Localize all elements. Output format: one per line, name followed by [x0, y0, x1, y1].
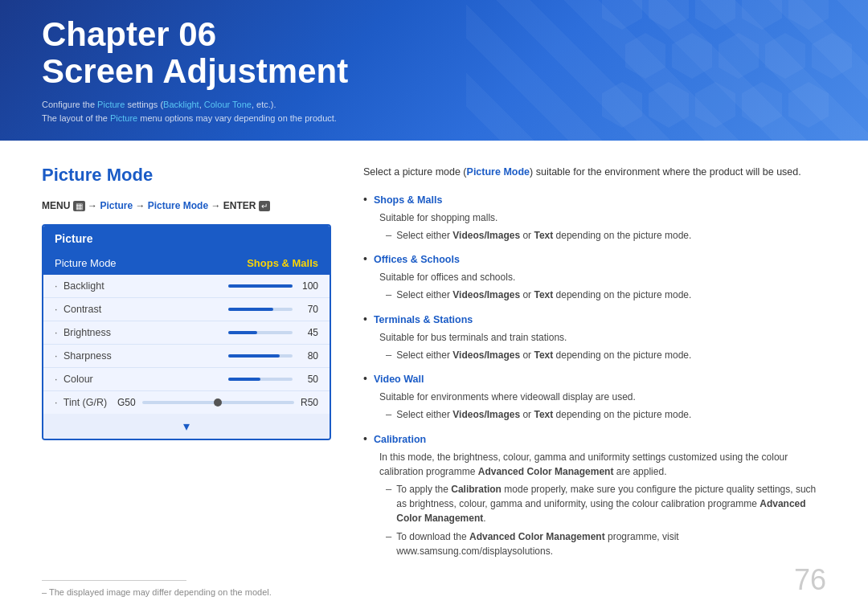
hex-pattern: [602, 0, 852, 131]
header-content: Chapter 06 Screen Adjustment: [42, 16, 348, 90]
footer: – The displayed image may differ dependi…: [42, 580, 826, 597]
bullet-calibration: • Calibration In this mode, the brightne…: [363, 431, 826, 558]
bullet-video-wall: • Video Wall Suitable for environments w…: [363, 370, 826, 423]
selected-item-label: Picture Mode: [55, 257, 117, 269]
header-desc: Configure the Picture settings (Backligh…: [42, 98, 337, 126]
panel-item-colour: · Colour 50: [43, 368, 330, 391]
panel-item-contrast: · Contrast 70: [43, 298, 330, 321]
header-desc-line2: The layout of the Picture menu options m…: [42, 112, 337, 126]
selected-item-value: Shops & Malls: [247, 257, 318, 269]
panel-item-sharpness: · Sharpness 80: [43, 345, 330, 368]
right-column: Select a picture mode (Picture Mode) sui…: [363, 165, 826, 549]
intro-text: Select a picture mode (Picture Mode) sui…: [363, 165, 826, 180]
panel-item-brightness: · Brightness 45: [43, 321, 330, 345]
chapter-number: Chapter 06: [42, 16, 348, 53]
bullet-offices-schools: • Offices & Schools Suitable for offices…: [363, 251, 826, 303]
chapter-title: Screen Adjustment: [42, 53, 348, 90]
panel-item-backlight: · Backlight 100: [43, 275, 330, 298]
panel-row-selected: Picture Mode Shops & Malls: [43, 251, 330, 275]
main-content: Picture Mode MENU ▦ → Picture → Picture …: [0, 141, 868, 565]
left-column: Picture Mode MENU ▦ → Picture → Picture …: [42, 165, 331, 549]
bullet-terminals-stations: • Terminals & Stations Suitable for bus …: [363, 311, 826, 363]
header-desc-line1: Configure the Picture settings (Backligh…: [42, 98, 337, 112]
chevron-down-icon: ▾: [183, 419, 190, 434]
section-title: Picture Mode: [42, 165, 331, 186]
panel-header: Picture: [43, 226, 330, 251]
bullet-shops-malls: • Shops & Malls Suitable for shopping ma…: [363, 191, 826, 243]
footer-divider: [42, 580, 186, 581]
page-number: 76: [794, 563, 826, 597]
menu-path: MENU ▦ → Picture → Picture Mode → ENTER …: [42, 200, 331, 211]
footer-note: – The displayed image may differ dependi…: [42, 587, 826, 597]
chevron-row: ▾: [43, 414, 330, 439]
picture-panel: Picture Picture Mode Shops & Malls · Bac…: [42, 224, 331, 440]
header-banner: Chapter 06 Screen Adjustment Configure t…: [0, 0, 868, 141]
panel-item-tint: · Tint (G/R) G50 R50: [43, 391, 330, 414]
